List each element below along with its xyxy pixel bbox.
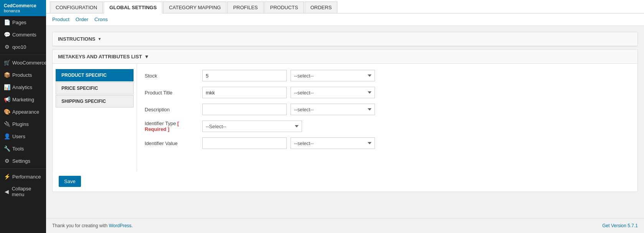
analytics-icon: 📊 (4, 84, 10, 90)
identifier-type-label: Identifier Type [ Required ] (145, 121, 198, 132)
marketing-icon: 📢 (4, 96, 10, 102)
plugins-icon: 🔌 (4, 121, 10, 127)
sidebar-item-analytics[interactable]: 📊 Analytics (0, 81, 46, 93)
sidebar-item-label: Performance (12, 174, 41, 180)
sub-nav: Product Order Crons (46, 13, 644, 26)
sidebar-item-pages[interactable]: 📄 Pages (0, 16, 46, 28)
qoo10-icon: ⚙ (4, 44, 10, 50)
sidebar-item-qoo10[interactable]: ⚙ qoo10 (0, 41, 46, 53)
tabs-bar: CONFIGURATION GLOBAL SETTINGS CATEGORY M… (46, 0, 644, 13)
form-row-stock: Stock --select-- Option 1 Option 2 (145, 70, 630, 81)
sidebar-item-tools[interactable]: 🔧 Tools (0, 142, 46, 155)
form-area: Stock --select-- Option 1 Option 2 Produ… (137, 64, 637, 171)
metakeys-body: PRODUCT SPECIFIC PRICE SPECIFIC SHIPPING… (53, 64, 637, 171)
sidebar-item-label: Marketing (12, 97, 34, 102)
content-area: INSTRUCTIONS ▼ METAKEYS AND ATTRIBUTES L… (46, 26, 644, 218)
tools-icon: 🔧 (4, 145, 10, 152)
stock-label: Stock (145, 73, 198, 79)
sidebar-item-label: Analytics (12, 84, 32, 90)
brand-name: CedCommerce (4, 3, 42, 8)
form-row-identifier-value: Identifier Value --select-- Option 1 Opt… (145, 137, 630, 149)
sidebar-item-woocommerce[interactable]: 🛒 WooCommerce (0, 56, 46, 69)
metakeys-header[interactable]: METAKEYS AND ATTRIBUTES LIST ▼ (53, 50, 637, 64)
save-area: Save (53, 171, 637, 192)
comments-icon: 💬 (4, 31, 10, 38)
footer: Thank you for creating with WordPress. G… (46, 218, 644, 233)
identifier-value-select[interactable]: --select-- Option 1 Option 2 (291, 137, 375, 149)
sidebar-item-label: Appearance (12, 109, 39, 115)
products-icon: 📦 (4, 72, 10, 78)
collapse-icon: ◀ (4, 188, 10, 195)
stock-select[interactable]: --select-- Option 1 Option 2 (291, 70, 375, 81)
sidebar-item-label: qoo10 (12, 44, 26, 50)
performance-icon: ⚡ (4, 174, 10, 180)
sidebar-item-label: Collapse menu (12, 186, 42, 197)
main-area: CONFIGURATION GLOBAL SETTINGS CATEGORY M… (46, 0, 644, 233)
product-title-select[interactable]: --select-- Option 1 Option 2 (291, 87, 375, 98)
instructions-header[interactable]: INSTRUCTIONS ▼ (53, 32, 637, 46)
instructions-section: INSTRUCTIONS ▼ (52, 32, 638, 46)
form-row-identifier-type: Identifier Type [ Required ] --Select-- … (145, 121, 630, 132)
settings-icon: ⚙ (4, 158, 10, 164)
sidebar-item-appearance[interactable]: 🎨 Appearance (0, 106, 46, 118)
appearance-icon: 🎨 (4, 109, 10, 115)
sidebar-item-settings[interactable]: ⚙ Settings (0, 155, 46, 167)
sidebar-item-comments[interactable]: 💬 Comments (0, 28, 46, 41)
sidebar-item-marketing[interactable]: 📢 Marketing (0, 93, 46, 106)
form-row-product-title: Product Title --select-- Option 1 Option… (145, 87, 630, 98)
sidebar-item-label: Plugins (12, 121, 29, 127)
version-link[interactable]: Get Version 5.7.1 (602, 223, 638, 228)
save-button[interactable]: Save (59, 176, 81, 187)
sidebar-item-users[interactable]: 👤 Users (0, 130, 46, 142)
specific-tabs: PRODUCT SPECIFIC PRICE SPECIFIC SHIPPING… (53, 64, 137, 171)
description-input[interactable] (202, 104, 287, 115)
sidebar-item-label: Products (12, 72, 32, 78)
sidebar-item-collapse[interactable]: ◀ Collapse menu (0, 183, 46, 200)
metakeys-label: METAKEYS AND ATTRIBUTES LIST (58, 54, 142, 59)
sub-brand: bonanza (4, 8, 42, 13)
sub-nav-order[interactable]: Order (76, 17, 88, 22)
identifier-type-select[interactable]: --Select-- UPC EAN ISBN MPN (202, 121, 302, 132)
sidebar-item-label: Comments (12, 32, 36, 38)
product-title-input[interactable] (202, 87, 287, 98)
instructions-label: INSTRUCTIONS (58, 36, 96, 42)
description-select[interactable]: --select-- Option 1 Option 2 (291, 104, 375, 115)
sidebar-brand: CedCommerce bonanza (0, 0, 46, 16)
tab-product-specific[interactable]: PRODUCT SPECIFIC (56, 69, 134, 81)
sidebar-item-performance[interactable]: ⚡ Performance (0, 170, 46, 183)
wordpress-link[interactable]: WordPress. (109, 223, 132, 228)
metakeys-section: METAKEYS AND ATTRIBUTES LIST ▼ PRODUCT S… (52, 50, 638, 192)
tab-products[interactable]: PRODUCTS (264, 2, 304, 13)
stock-input[interactable] (202, 70, 287, 81)
sidebar: CedCommerce bonanza 📄 Pages 💬 Comments ⚙… (0, 0, 46, 233)
tab-profiles[interactable]: PROFILES (227, 2, 263, 13)
woocommerce-icon: 🛒 (4, 59, 10, 66)
tab-configuration[interactable]: CONFIGURATION (50, 2, 103, 13)
sidebar-item-label: Tools (12, 146, 24, 152)
sidebar-separator-2 (0, 169, 46, 169)
sidebar-item-plugins[interactable]: 🔌 Plugins (0, 118, 46, 130)
instructions-arrow: ▼ (98, 37, 102, 41)
footer-credit: Thank you for creating with WordPress. (52, 223, 133, 228)
tab-price-specific[interactable]: PRICE SPECIFIC (56, 82, 134, 94)
form-row-description: Description --select-- Option 1 Option 2 (145, 104, 630, 115)
tab-orders[interactable]: ORDERS (305, 2, 338, 13)
identifier-value-input[interactable] (202, 137, 287, 149)
sidebar-separator (0, 55, 46, 55)
sidebar-item-label: Users (12, 134, 25, 139)
sidebar-item-label: Settings (12, 158, 30, 164)
sub-nav-crons[interactable]: Crons (94, 17, 108, 22)
product-title-label: Product Title (145, 90, 198, 96)
sidebar-item-label: WooCommerce (12, 60, 47, 66)
identifier-value-label: Identifier Value (145, 140, 198, 146)
tab-shipping-specific[interactable]: SHIPPING SPECIFIC (56, 95, 134, 107)
sub-nav-product[interactable]: Product (52, 17, 69, 22)
description-label: Description (145, 107, 198, 112)
metakeys-arrow: ▼ (144, 54, 149, 59)
tab-global-settings[interactable]: GLOBAL SETTINGS (104, 2, 162, 13)
tab-category-mapping[interactable]: CATEGORY MAPPING (163, 2, 226, 13)
pages-icon: 📄 (4, 19, 10, 25)
sidebar-item-products[interactable]: 📦 Products (0, 69, 46, 81)
sidebar-item-label: Pages (12, 20, 26, 25)
users-icon: 👤 (4, 133, 10, 139)
